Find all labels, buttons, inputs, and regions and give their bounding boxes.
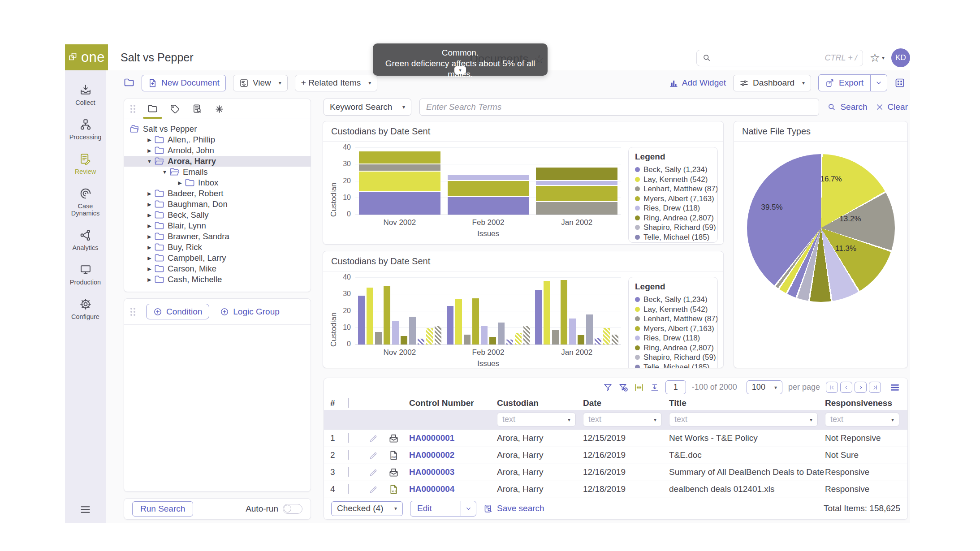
- save-search-button[interactable]: Save search: [484, 504, 544, 513]
- bar[interactable]: [418, 339, 424, 344]
- search-terms-input[interactable]: [426, 102, 812, 112]
- column-header-date[interactable]: Date: [583, 398, 669, 408]
- avatar[interactable]: KD: [891, 48, 910, 67]
- table-menu-button[interactable]: [889, 382, 900, 393]
- legend-entry[interactable]: Ries, Drew (118): [635, 333, 711, 343]
- select-all-checkbox[interactable]: [348, 398, 349, 408]
- new-document-button[interactable]: New Document: [142, 75, 226, 91]
- bar[interactable]: [561, 280, 567, 344]
- favorites-button[interactable]: ☆ ▾: [870, 52, 885, 64]
- edit-caret-button[interactable]: [461, 501, 476, 516]
- tree-caret-icon[interactable]: ▶: [145, 223, 154, 229]
- bar[interactable]: [435, 326, 441, 344]
- rail-item-analytics[interactable]: Analytics: [65, 229, 106, 251]
- date-filter-dropdown[interactable]: text▾: [583, 413, 662, 426]
- folder-icon[interactable]: [124, 77, 134, 88]
- responsiveness-filter-dropdown[interactable]: text▾: [825, 413, 899, 426]
- legend-entry[interactable]: Ring, Andrea (2,807): [635, 213, 711, 223]
- bar[interactable]: [498, 323, 505, 344]
- bar[interactable]: [535, 290, 542, 344]
- rail-item-production[interactable]: Production: [65, 263, 106, 286]
- run-search-button[interactable]: Run Search: [132, 501, 193, 517]
- drag-handle-icon[interactable]: [130, 105, 135, 113]
- legend-entry[interactable]: Telle, Michael (185): [635, 232, 711, 242]
- bar[interactable]: [523, 326, 530, 344]
- bar[interactable]: [481, 326, 488, 344]
- export-button[interactable]: Export: [819, 75, 870, 91]
- tree-item[interactable]: ▶Cash, Michelle: [124, 274, 311, 285]
- page-size-dropdown[interactable]: 100 ▾: [747, 380, 782, 394]
- bar[interactable]: [367, 288, 373, 345]
- tab-saved-searches[interactable]: [192, 99, 203, 119]
- column-header-title[interactable]: Title: [669, 398, 825, 408]
- bar[interactable]: [515, 333, 522, 344]
- bar[interactable]: [401, 336, 407, 344]
- edit-row-button[interactable]: [369, 451, 389, 460]
- tab-folders[interactable]: [147, 99, 158, 119]
- bar[interactable]: [447, 306, 453, 344]
- fit-height-button[interactable]: [650, 383, 660, 392]
- first-page-button[interactable]: [826, 382, 838, 393]
- rail-item-case-dynamics[interactable]: Case Dynamics: [65, 187, 106, 217]
- tree-item[interactable]: ▶Beck, Sally: [124, 210, 311, 220]
- title-filter-dropdown[interactable]: text▾: [669, 413, 818, 426]
- tree-caret-icon[interactable]: ▼: [145, 159, 154, 164]
- legend-entry[interactable]: Shapiro, Richard (59): [635, 353, 711, 362]
- bar[interactable]: [506, 340, 513, 344]
- control-number-link[interactable]: HA0000004: [409, 484, 497, 494]
- drag-handle-icon[interactable]: [130, 308, 135, 316]
- legend-entry[interactable]: Ries, Drew (118): [635, 203, 711, 213]
- legend-entry[interactable]: Lay, Kenneth (542): [635, 305, 711, 314]
- fit-width-button[interactable]: [634, 383, 644, 392]
- tree-caret-icon[interactable]: ▶: [145, 212, 154, 218]
- add-logic-group-button[interactable]: Logic Group: [220, 307, 280, 317]
- export-caret-button[interactable]: [870, 75, 887, 91]
- column-header-responsiveness[interactable]: Responsiveness: [825, 398, 901, 408]
- app-logo[interactable]: one: [65, 44, 108, 70]
- custodian-filter-dropdown[interactable]: text▾: [497, 413, 576, 426]
- bar[interactable]: [489, 337, 496, 344]
- bar[interactable]: [586, 314, 593, 345]
- column-header-num[interactable]: #: [330, 398, 348, 408]
- stacked-bar[interactable]: [536, 168, 617, 215]
- bar[interactable]: [464, 335, 471, 345]
- tab-tags[interactable]: [170, 99, 180, 119]
- tree-item[interactable]: ▶Buy, Rick: [124, 242, 311, 253]
- page-number-input[interactable]: [665, 380, 686, 394]
- clear-filters-button[interactable]: [618, 383, 628, 392]
- rail-menu-button[interactable]: [65, 504, 106, 516]
- dashboard-dropdown[interactable]: Dashboard ▾: [733, 75, 811, 91]
- related-items-dropdown[interactable]: + Related Items ▾: [295, 75, 378, 91]
- tree-item[interactable]: ▶Campbell, Larry: [124, 253, 311, 263]
- tree-caret-icon[interactable]: ▶: [145, 202, 154, 207]
- legend-entry[interactable]: Lenhart, Matthew (87): [635, 314, 711, 324]
- control-number-link[interactable]: HA0000001: [409, 433, 497, 443]
- row-checkbox[interactable]: [348, 467, 349, 477]
- next-page-button[interactable]: [855, 382, 867, 393]
- filter-button[interactable]: [603, 383, 613, 392]
- tree-item[interactable]: ▶Carson, Mike: [124, 263, 311, 274]
- tree-caret-icon[interactable]: ▶: [145, 148, 154, 154]
- legend-entry[interactable]: Myers, Albert (7,163): [635, 324, 711, 334]
- rail-item-processing[interactable]: Processing: [65, 118, 106, 141]
- legend-entry[interactable]: Ring, Andrea (2,807): [635, 343, 711, 353]
- grid-view-button[interactable]: [894, 77, 905, 88]
- prev-page-button[interactable]: [840, 382, 852, 393]
- search-mode-dropdown[interactable]: Keyword Search ▾: [324, 99, 411, 116]
- tree-caret-icon[interactable]: ▶: [175, 180, 185, 186]
- tree-item[interactable]: ▶Allen,. Phillip: [124, 134, 311, 145]
- bar[interactable]: [612, 335, 618, 345]
- legend-entry[interactable]: Shapiro, Richard (59): [635, 223, 711, 232]
- column-header-control-number[interactable]: Control Number: [409, 398, 497, 408]
- rail-item-review[interactable]: Review: [65, 153, 106, 175]
- last-page-button[interactable]: [869, 382, 881, 393]
- row-checkbox[interactable]: [348, 433, 349, 443]
- row-checkbox[interactable]: [348, 450, 349, 460]
- legend-entry[interactable]: Beck, Sally (1,234): [635, 165, 711, 175]
- tree-caret-icon[interactable]: ▶: [145, 234, 154, 240]
- legend-entry[interactable]: Myers, Albert (7,163): [635, 194, 711, 204]
- tree-caret-icon[interactable]: ▶: [145, 137, 154, 143]
- legend-entry[interactable]: Zipper, Andrew: [635, 242, 711, 243]
- bar[interactable]: [544, 281, 550, 345]
- edit-row-button[interactable]: [369, 468, 389, 477]
